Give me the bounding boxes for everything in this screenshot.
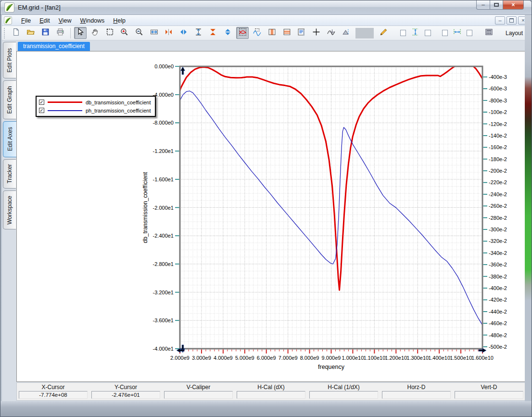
vertical-range-button[interactable] bbox=[192, 27, 204, 39]
legend-box-icon bbox=[297, 28, 305, 38]
sidebar-tab-edit-axes[interactable]: Edit Axes bbox=[3, 121, 16, 157]
document-tab[interactable]: transmission_coefficient bbox=[18, 42, 90, 51]
legend-entry: ✓ph_transmission_coefficient bbox=[39, 106, 151, 114]
menu-item-edit[interactable]: Edit bbox=[35, 16, 54, 25]
sidebar-tabs: Edit PlotsEdit GraphEdit AxesTrackerWork… bbox=[2, 42, 16, 231]
status-field: H-Cal (1/dX) bbox=[307, 383, 380, 400]
sidebar-tab-label: Edit Axes bbox=[7, 127, 13, 151]
new-document-button[interactable] bbox=[10, 27, 22, 39]
status-field-label: Vert-D bbox=[453, 383, 525, 391]
v-link-left-checkbox[interactable] bbox=[400, 30, 406, 36]
svg-text:1.200e10: 1.200e10 bbox=[385, 355, 407, 361]
sidebar-tab-tracker[interactable]: Tracker bbox=[3, 159, 16, 189]
status-field-value bbox=[164, 391, 233, 399]
window-border-bottom bbox=[0, 401, 532, 417]
menu-bar: FileEditViewWindowsHelp – × bbox=[1, 15, 531, 26]
v-markers-icon bbox=[268, 28, 276, 38]
zoom-horizontal-button[interactable] bbox=[148, 27, 160, 39]
toolbar-grip[interactable] bbox=[4, 28, 6, 38]
menu-items: FileEditViewWindowsHelp bbox=[17, 16, 130, 25]
v-expand-plots-button[interactable] bbox=[409, 27, 422, 39]
select-traces-button[interactable] bbox=[236, 27, 249, 39]
h-link-right-checkbox[interactable] bbox=[467, 30, 472, 36]
toolbar-separator bbox=[355, 28, 374, 38]
title-bar: EM.grid - [fan2] – × bbox=[0, 0, 532, 15]
horizontal-markers-button[interactable] bbox=[280, 27, 293, 39]
status-field-label: V-Caliper bbox=[162, 383, 235, 391]
legend-line-swatch bbox=[48, 101, 82, 103]
legend-checkbox[interactable]: ✓ bbox=[39, 108, 44, 113]
h-expand-plots-button[interactable] bbox=[451, 27, 464, 39]
zoom-box-button[interactable] bbox=[103, 27, 116, 39]
curve-tracker-button[interactable] bbox=[325, 27, 337, 39]
status-field-label: Y-Cursor bbox=[89, 383, 162, 391]
compress-vertical-button[interactable] bbox=[207, 27, 219, 39]
menu-item-file[interactable]: File bbox=[17, 16, 35, 25]
maximize-icon bbox=[494, 3, 499, 7]
v-range-icon bbox=[194, 28, 203, 38]
crosshair-tracker-button[interactable] bbox=[310, 27, 323, 39]
expand-horizontal-button[interactable] bbox=[177, 27, 190, 39]
legend[interactable]: ✓db_transmission_coefficient✓ph_transmis… bbox=[36, 96, 156, 117]
window-title: EM.grid - [fan2] bbox=[18, 0, 61, 14]
crosshair-icon bbox=[312, 28, 320, 38]
status-field-value: -2.476e+01 bbox=[91, 391, 160, 399]
sidebar-tab-edit-graph[interactable]: Edit Graph bbox=[3, 80, 16, 119]
window-border-left bbox=[0, 15, 2, 401]
legend-toggle-button[interactable] bbox=[295, 27, 308, 39]
svg-text:-3.200e1: -3.200e1 bbox=[153, 290, 174, 295]
svg-text:-280e-2: -280e-2 bbox=[489, 215, 507, 221]
select-cursor-button[interactable] bbox=[74, 27, 87, 39]
h-link-left-checkbox[interactable] bbox=[442, 30, 448, 36]
save-button[interactable] bbox=[39, 27, 52, 39]
status-field: V-Caliper bbox=[162, 383, 235, 400]
menu-item-view[interactable]: View bbox=[54, 16, 76, 25]
peak-marker-button[interactable] bbox=[340, 27, 352, 39]
layout-grid-icon bbox=[485, 28, 493, 38]
svg-text:1.400e10: 1.400e10 bbox=[428, 355, 450, 361]
compress-horizontal-button[interactable] bbox=[163, 27, 175, 39]
status-field-label: X-Cursor bbox=[17, 383, 89, 391]
svg-text:1.500e10: 1.500e10 bbox=[450, 355, 472, 361]
annotate-pencil-button[interactable] bbox=[378, 27, 390, 39]
maximize-button[interactable] bbox=[490, 0, 503, 10]
legend-checkbox[interactable]: ✓ bbox=[39, 100, 44, 105]
mdi-restore-button[interactable] bbox=[507, 16, 517, 25]
pencil-icon bbox=[380, 28, 388, 38]
zoom-in-button[interactable] bbox=[118, 27, 131, 39]
pan-hand-icon bbox=[91, 28, 99, 38]
print-button[interactable] bbox=[54, 27, 66, 39]
sidebar-tab-edit-plots[interactable]: Edit Plots bbox=[3, 42, 16, 78]
svg-text:1.600e10: 1.600e10 bbox=[471, 355, 494, 361]
svg-text:9.000e9: 9.000e9 bbox=[322, 355, 341, 361]
legend-label: db_transmission_coefficient bbox=[86, 100, 151, 105]
svg-text:-4.000e1: -4.000e1 bbox=[153, 346, 174, 352]
zoom-out-button[interactable] bbox=[133, 27, 146, 39]
v-arrows-icon bbox=[411, 28, 419, 38]
svg-text:8.000e9: 8.000e9 bbox=[300, 355, 319, 361]
minimize-button[interactable]: – bbox=[476, 0, 490, 10]
select-curve-button[interactable] bbox=[251, 27, 264, 39]
y-axis-title: db_transmission_coefficient bbox=[142, 172, 149, 243]
expand-vertical-button[interactable] bbox=[222, 27, 234, 39]
v-link-right-checkbox[interactable] bbox=[425, 30, 431, 36]
peak-marker-icon bbox=[342, 28, 350, 38]
menu-item-help[interactable]: Help bbox=[109, 16, 130, 25]
svg-text:-200e-2: -200e-2 bbox=[489, 168, 507, 174]
svg-text:1.300e10: 1.300e10 bbox=[406, 355, 429, 361]
h-markers-icon bbox=[283, 28, 291, 38]
sidebar-tab-workspace[interactable]: Workspace bbox=[3, 190, 16, 229]
legend-label: ph_transmission_coefficient bbox=[86, 108, 151, 114]
open-file-button[interactable] bbox=[25, 27, 37, 39]
close-button[interactable]: × bbox=[503, 0, 524, 10]
curve-tracker-icon bbox=[327, 28, 335, 38]
status-field-value bbox=[382, 391, 451, 399]
sidebar-tab-label: Edit Plots bbox=[6, 48, 13, 73]
svg-text:-100e-2: -100e-2 bbox=[489, 109, 507, 115]
menu-item-windows[interactable]: Windows bbox=[76, 16, 109, 25]
pan-button[interactable] bbox=[89, 27, 101, 39]
vertical-markers-button[interactable] bbox=[266, 27, 279, 39]
layout-grid-button[interactable] bbox=[483, 27, 495, 39]
marquee-box-icon bbox=[106, 28, 114, 38]
mdi-minimize-button[interactable]: – bbox=[495, 16, 505, 25]
